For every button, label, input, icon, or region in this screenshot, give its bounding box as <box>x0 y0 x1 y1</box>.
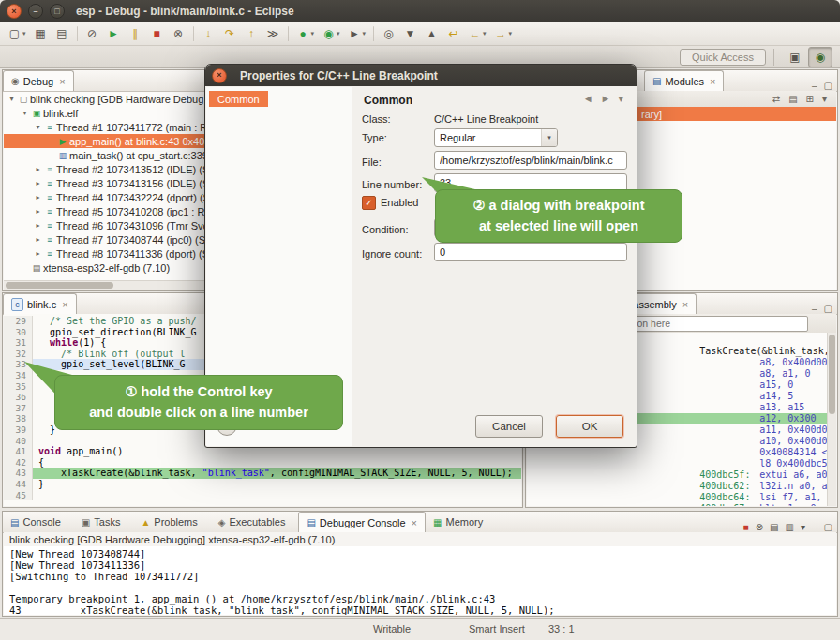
code-line-text[interactable]: } <box>33 424 55 436</box>
twisty-icon[interactable]: ▸ <box>33 179 43 187</box>
close-tab-icon[interactable]: × <box>59 76 65 87</box>
window-close-button[interactable]: × <box>7 4 22 19</box>
code-line-text[interactable]: /* Blink off (output l <box>33 349 186 360</box>
back-icon[interactable]: ◄ <box>583 93 593 105</box>
debug-button[interactable]: ● ▾ <box>293 24 318 43</box>
line-number[interactable]: 34 <box>4 370 33 381</box>
line-number[interactable]: 45 <box>4 490 33 501</box>
clear-console-icon[interactable]: ▤ <box>770 522 778 532</box>
search-button[interactable]: ◎ <box>379 24 398 43</box>
type-dropdown[interactable]: Regular ▾ <box>434 128 558 147</box>
twisty-icon[interactable]: ▸ <box>33 165 43 173</box>
line-number[interactable]: 43 <box>4 468 33 479</box>
maximize-view-icon[interactable]: ▢ <box>824 81 832 91</box>
tab-blink-c[interactable]: c blink.c × <box>3 293 77 314</box>
step-into-button[interactable]: ↓ <box>199 24 218 43</box>
toolbar-separator[interactable] <box>77 26 78 41</box>
terminate-button[interactable]: ■ <box>147 24 167 43</box>
scrollbar-thumb[interactable] <box>829 335 835 414</box>
code-line-text[interactable]: gpio_set_level(BLINK_G <box>33 359 186 370</box>
back-button[interactable]: ← ▾ <box>465 24 489 43</box>
tab-memory[interactable]: ▦ Memory <box>426 512 496 532</box>
tab-tasks[interactable]: ▣ Tasks <box>74 512 134 532</box>
console-menu-icon[interactable]: ▾ <box>801 522 805 532</box>
forward-icon[interactable]: ► <box>601 93 611 105</box>
tab-console[interactable]: ▤ Console <box>3 512 74 532</box>
scroll-lock-icon[interactable]: ▥ <box>786 522 794 532</box>
line-number[interactable]: 33 <box>4 359 33 370</box>
twisty-icon[interactable]: ▾ <box>7 95 17 103</box>
menu-arrow-icon[interactable]: ▾ <box>618 93 623 105</box>
window-titlebar[interactable]: × – □ esp - Debug - blink/main/blink.c -… <box>0 0 840 22</box>
line-number[interactable]: 31 <box>4 337 33 349</box>
cancel-button[interactable]: Cancel <box>475 415 543 438</box>
line-number[interactable]: 35 <box>4 381 33 393</box>
step-return-button[interactable]: ↑ <box>242 24 262 43</box>
line-number[interactable]: 44 <box>4 479 33 490</box>
line-number[interactable]: 36 <box>4 392 33 403</box>
maximize-view-icon[interactable]: ▢ <box>824 522 832 532</box>
code-line-text[interactable]: /* Set the GPIO as a push/ <box>33 316 197 327</box>
forward-button[interactable]: → ▾ <box>491 24 516 43</box>
close-tab-icon[interactable]: × <box>682 299 688 310</box>
code-line-text[interactable] <box>33 413 38 424</box>
layout-icon[interactable]: ⊞ <box>806 94 814 104</box>
line-number[interactable]: 42 <box>4 457 33 469</box>
save-button[interactable]: ▦ <box>31 24 51 43</box>
code-line-text[interactable]: { <box>33 457 44 469</box>
next-annotation-button[interactable]: ▼ <box>400 24 420 43</box>
close-tab-icon[interactable]: × <box>710 76 715 87</box>
toolbar-separator[interactable] <box>288 26 289 41</box>
cpp-perspective-button[interactable]: ▣ <box>784 48 806 67</box>
code-line-text[interactable]: } <box>33 479 44 490</box>
code-line-text[interactable]: void app_main() <box>33 446 123 457</box>
external-tools-button[interactable]: ► ▾ <box>345 24 369 43</box>
resume-button[interactable]: ► <box>104 24 124 43</box>
run-button[interactable]: ◉ ▾ <box>319 24 343 43</box>
twisty-icon[interactable]: ▸ <box>33 193 43 201</box>
code-line-text[interactable] <box>33 381 38 393</box>
scrollbar-thumb[interactable] <box>6 282 113 289</box>
twisty-icon[interactable]: ▸ <box>33 207 43 216</box>
close-tab-icon[interactable]: × <box>62 299 68 310</box>
dialog-titlebar[interactable]: × Properties for C/C++ Line Breakpoint <box>205 65 637 86</box>
step-over-button[interactable]: ↷ <box>220 24 240 43</box>
twisty-icon[interactable]: ▾ <box>20 109 30 117</box>
skip-breakpoints-button[interactable]: ⊘ <box>82 24 102 43</box>
twisty-icon[interactable]: ▾ <box>33 123 43 131</box>
line-number[interactable]: 29 <box>4 316 33 327</box>
tab-executables[interactable]: ◈ Executables <box>211 512 299 532</box>
minimize-view-icon[interactable]: – <box>812 522 818 532</box>
line-number[interactable]: 40 <box>4 436 33 447</box>
tab-modules[interactable]: ▤ Modules × <box>644 70 724 91</box>
remove-launch-icon[interactable]: ⊗ <box>756 522 763 532</box>
code-line-text[interactable] <box>33 392 38 403</box>
new-wizard-button[interactable]: ▢ ▾ <box>5 24 29 43</box>
tab-problems[interactable]: ▲ Problems <box>133 512 210 532</box>
file-field[interactable] <box>434 151 627 170</box>
line-number[interactable]: 37 <box>4 403 33 414</box>
minimize-view-icon[interactable]: – <box>812 304 818 314</box>
link-with-debug-icon[interactable]: ⇄ <box>772 94 780 104</box>
toolbar-separator[interactable] <box>373 26 374 41</box>
code-line-text[interactable] <box>33 490 38 501</box>
enabled-checkbox[interactable]: ✓ <box>362 196 376 210</box>
code-line-text[interactable] <box>33 403 38 414</box>
twisty-icon[interactable]: ▸ <box>33 235 43 244</box>
maximize-view-icon[interactable]: ▢ <box>824 304 832 314</box>
line-number[interactable]: 39 <box>4 424 33 436</box>
quick-access-input[interactable]: Quick Access <box>680 49 766 66</box>
view-menu-icon[interactable]: ▾ <box>822 94 827 104</box>
line-number[interactable]: 30 <box>4 327 33 338</box>
window-maximize-button[interactable]: □ <box>50 4 65 19</box>
code-line-text[interactable]: while(1) { <box>33 337 106 349</box>
instruction-stepping-button[interactable]: ≫ <box>263 24 283 43</box>
twisty-icon[interactable]: ▸ <box>33 221 43 230</box>
sidebar-item-common[interactable]: Common <box>209 91 268 107</box>
terminate-console-icon[interactable]: ■ <box>743 522 749 532</box>
disassembly-scrollbar[interactable] <box>827 333 836 506</box>
minimize-view-icon[interactable]: – <box>812 81 818 91</box>
code-line-text[interactable]: gpio_set_direction(BLINK_G <box>33 327 197 338</box>
suspend-button[interactable]: ∥ <box>126 24 145 43</box>
ignore-count-field[interactable] <box>434 243 627 261</box>
